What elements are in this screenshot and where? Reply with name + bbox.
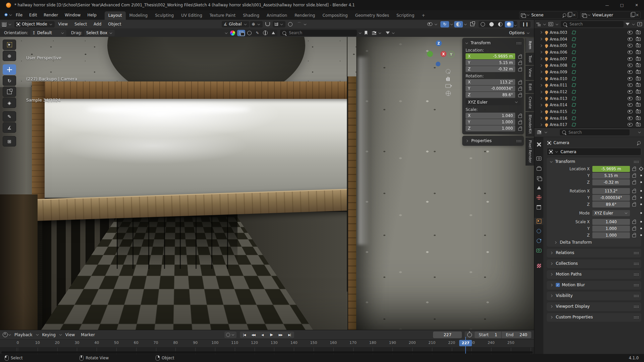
end-frame-field[interactable]: End240 [502,331,531,338]
asset-category-brush-button[interactable]: ✎ [253,30,261,36]
drag-handle-icon[interactable] [634,284,639,286]
drag-handle-icon[interactable] [634,161,639,163]
animate-dot-icon[interactable] [640,228,642,229]
workspace-tab-shading[interactable]: Shading [239,11,263,20]
drag-handle-icon[interactable] [634,305,639,308]
stopwatch-icon[interactable] [467,333,472,337]
shading-rendered-button[interactable] [505,21,514,27]
axis-z-handle[interactable]: Z [436,40,442,46]
scale-y-field[interactable]: Y1.000 [466,119,515,125]
location-x-field[interactable]: -5.9695 m [592,166,630,172]
location-y-field[interactable]: 5.15 m [592,173,630,179]
show-overlays-toggle[interactable] [454,21,463,27]
drag-handle-icon[interactable] [516,140,521,142]
expand-icon[interactable] [540,90,542,93]
lock-icon[interactable] [518,94,522,97]
transform-panel-header[interactable]: Transform [547,158,641,166]
outliner-row[interactable]: Area.004 [534,36,644,43]
animate-dot-icon[interactable] [640,212,642,214]
hide-eye-icon[interactable] [628,117,633,120]
rotation-y-field[interactable]: Y-0.000034° [466,85,515,92]
expand-icon[interactable] [540,124,542,126]
tab-physics[interactable] [534,237,543,244]
annotation-color-wheel-icon[interactable] [230,31,235,36]
asset-category-hdr-button[interactable] [261,30,269,36]
workspace-tab-geometry-nodes[interactable]: Geometry Nodes [352,11,393,20]
lock-icon[interactable] [518,81,522,84]
shading-wireframe-button[interactable] [479,21,487,27]
jump-to-start-button[interactable]: |◀ [240,331,249,338]
workspace-tab-uv-editing[interactable]: UV Editing [177,11,206,20]
shading-solid-button[interactable] [487,21,496,27]
axis-y-neg-handle[interactable] [427,51,433,57]
timeline-scrollbar[interactable] [1,351,533,354]
render-visibility-icon[interactable] [636,31,641,34]
tool-select-box[interactable] [3,40,16,50]
scene-selector[interactable]: Scene ✕ [519,11,578,19]
breadcrumb-object[interactable]: Camera [553,140,569,145]
tool-add-cube[interactable]: ⊞ [3,136,16,146]
expand-icon[interactable] [540,31,542,34]
sidebar-tab-blenderkit[interactable]: BlenderKit [526,112,534,136]
start-frame-field[interactable]: Start1 [475,331,501,338]
lock-icon[interactable] [518,68,522,71]
asset-search-input[interactable] [288,30,346,36]
filter-icon[interactable] [626,23,630,25]
object-name-field[interactable]: Camera [547,148,641,156]
outliner-row[interactable]: Area.010 [534,75,644,82]
gizmo-dropdown[interactable] [450,22,453,25]
asset-category-scene-button[interactable] [269,30,277,36]
render-visibility-icon[interactable] [636,38,641,41]
lock-icon[interactable] [632,234,636,237]
menu-window[interactable]: Window [61,12,84,18]
expand-icon[interactable] [540,117,542,120]
tab-render[interactable] [534,155,543,162]
workspace-tab-sculpting[interactable]: Sculpting [151,11,177,20]
axis-x-handle[interactable]: X [440,51,446,57]
outliner-row[interactable]: Area.016 [534,115,644,122]
animate-dot-icon[interactable] [640,197,642,198]
render-visibility-icon[interactable] [636,90,641,94]
snap-toggle[interactable] [263,21,272,27]
add-workspace-button[interactable]: + [418,11,429,20]
properties-editor-icon[interactable] [537,130,541,134]
hide-eye-icon[interactable] [628,44,633,47]
render-visibility-icon[interactable] [636,97,641,100]
tab-object[interactable] [534,218,543,225]
render-visibility-icon[interactable] [636,51,641,54]
drag-handle-icon[interactable] [634,273,639,276]
hide-eye-icon[interactable] [628,90,633,94]
menu-keying[interactable]: Keying [39,333,59,337]
new-collection-icon[interactable]: + [637,22,642,26]
menu-view[interactable]: View [62,333,78,337]
lock-icon[interactable] [518,115,522,118]
tab-texture[interactable] [534,262,543,269]
lock-icon[interactable] [518,56,522,59]
expand-icon[interactable] [540,110,542,113]
lock-icon[interactable] [518,62,522,65]
render-visibility-icon[interactable] [636,110,641,113]
jump-to-end-button[interactable]: ▶| [285,331,294,338]
location-z-field[interactable]: -0.32 m [592,179,630,185]
lock-icon[interactable] [518,88,522,91]
viewlayer-selector[interactable]: ViewLayer ✕ [580,11,641,19]
auto-keying-toggle[interactable] [224,331,236,338]
workspace-tab-layout[interactable]: Layout [105,11,126,20]
tool-annotate[interactable]: ✎ [3,111,16,122]
pivot-point-dropdown[interactable]: ⊕ [250,21,263,27]
asset-category-material-button[interactable] [245,30,253,36]
overlays-dropdown[interactable] [464,22,467,25]
render-visibility-icon[interactable] [636,117,641,120]
outliner-row[interactable]: Area.017 [534,122,644,127]
tab-output[interactable] [534,165,543,172]
outliner-row[interactable]: Area.011 [534,82,644,89]
tool-measure[interactable]: ∡ [3,122,16,133]
render-visibility-icon[interactable] [636,64,641,67]
render-visibility-icon[interactable] [636,44,641,47]
hide-eye-icon[interactable] [628,83,633,87]
scale-z-field[interactable]: Z1.000 [466,125,515,131]
expand-icon[interactable] [540,97,542,100]
pause-render-button[interactable]: ❙❙ [520,21,531,27]
location-z-field[interactable]: Z-0.32 m [466,66,515,72]
transform-orientation-dropdown[interactable]: ∡ Global [222,21,249,27]
